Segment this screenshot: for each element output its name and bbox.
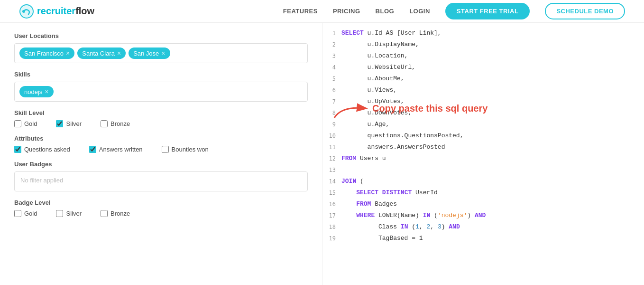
main-nav: FEATURES PRICING BLOG LOGIN START FREE T…: [283, 3, 625, 19]
main-content: User Locations San Francisco × Santa Cla…: [0, 23, 644, 285]
tag-nodejs[interactable]: nodejs ×: [19, 86, 54, 97]
sql-line-15: 15 SELECT DISTINCT UserId: [322, 187, 644, 199]
tag-san-francisco[interactable]: San Francisco ×: [19, 48, 74, 59]
sql-line-8: 8 u.DownVotes,: [322, 107, 644, 119]
skills-label: Skills: [14, 71, 308, 78]
badges-placeholder: No filter applied: [20, 177, 63, 184]
badge-silver[interactable]: Silver: [56, 210, 82, 217]
left-panel: User Locations San Francisco × Santa Cla…: [0, 23, 322, 285]
skill-bronze-checkbox[interactable]: [101, 120, 108, 127]
sql-line-14: 14 JOIN (: [322, 176, 644, 187]
sql-line-11: 11 answers.AnswersPosted: [322, 142, 644, 153]
attr-bounties-checkbox[interactable]: [162, 146, 169, 153]
sql-line-2: 2 u.DisplayName,: [322, 39, 644, 50]
badge-level-label: Badge Level: [14, 199, 308, 206]
logo-text: recruiterflow: [37, 6, 94, 17]
logo-icon: [19, 4, 34, 19]
sql-line-13: 13: [322, 164, 644, 176]
sql-line-6: 6 u.Views,: [322, 85, 644, 96]
sql-line-9: 9 u.Age,: [322, 119, 644, 130]
nav-blog[interactable]: BLOG: [376, 8, 395, 15]
badge-bronze[interactable]: Bronze: [101, 210, 130, 217]
attributes-section: Attributes Questions asked Answers writt…: [14, 135, 308, 153]
remove-san-francisco[interactable]: ×: [66, 50, 70, 57]
sql-line-18: 18 Class IN (1, 2, 3) AND: [322, 221, 644, 233]
skill-bronze[interactable]: Bronze: [101, 120, 130, 127]
skill-gold-checkbox[interactable]: [14, 120, 21, 127]
sql-line-5: 5 u.AboutMe,: [322, 73, 644, 85]
user-locations-label: User Locations: [14, 32, 308, 39]
sql-line-1: 1 SELECT u.Id AS [User Link],: [322, 28, 644, 39]
attr-questions-checkbox[interactable]: [14, 146, 21, 153]
skills-input[interactable]: nodejs ×: [14, 82, 308, 102]
sql-line-19: 19 TagBased = 1: [322, 233, 644, 244]
skill-level-group: Gold Silver Bronze: [14, 120, 308, 127]
sql-line-17: 17 WHERE LOWER(Name) IN ('nodejs') AND: [322, 210, 644, 221]
skill-gold[interactable]: Gold: [14, 120, 37, 127]
attr-answers-checkbox[interactable]: [89, 146, 96, 153]
schedule-demo-button[interactable]: SCHEDULE DEMO: [545, 3, 625, 19]
attr-answers-written[interactable]: Answers written: [89, 146, 143, 153]
nav-features[interactable]: FEATURES: [283, 8, 318, 15]
logo: recruiterflow: [19, 4, 94, 19]
badge-bronze-checkbox[interactable]: [101, 210, 108, 217]
start-trial-button[interactable]: START FREE TRIAL: [445, 3, 530, 19]
badge-level-group: Gold Silver Bronze: [14, 210, 308, 217]
user-badges-label: User Badges: [14, 161, 308, 168]
nav-pricing[interactable]: PRICING: [333, 8, 360, 15]
tag-san-jose[interactable]: San Jose ×: [129, 48, 170, 59]
sql-line-16: 16 FROM Badges: [322, 199, 644, 210]
attr-questions-asked[interactable]: Questions asked: [14, 146, 70, 153]
svg-point-0: [20, 5, 33, 18]
remove-san-jose[interactable]: ×: [161, 50, 165, 57]
badge-gold-checkbox[interactable]: [14, 210, 21, 217]
sql-editor: Copy paste this sql query 1 SELECT u.Id …: [322, 28, 644, 244]
user-badges-input[interactable]: No filter applied: [14, 171, 308, 191]
remove-nodejs[interactable]: ×: [45, 88, 48, 95]
skill-silver-checkbox[interactable]: [56, 120, 63, 127]
sql-line-4: 4 u.WebsiteUrl,: [322, 62, 644, 73]
sql-line-10: 10 questions.QuestionsPosted,: [322, 130, 644, 142]
sql-panel: Copy paste this sql query 1 SELECT u.Id …: [322, 23, 644, 285]
skill-level-label: Skill Level: [14, 109, 308, 116]
badge-silver-checkbox[interactable]: [56, 210, 63, 217]
svg-point-1: [22, 10, 25, 13]
sql-line-7: 7 u.UpVotes,: [322, 96, 644, 107]
locations-input[interactable]: San Francisco × Santa Clara × San Jose ×: [14, 43, 308, 63]
attr-bounties-won[interactable]: Bounties won: [162, 146, 209, 153]
tag-santa-clara[interactable]: Santa Clara ×: [77, 48, 126, 59]
attributes-group: Questions asked Answers written Bounties…: [14, 146, 308, 153]
nav-login[interactable]: LOGIN: [409, 8, 430, 15]
sql-line-3: 3 u.Location,: [322, 50, 644, 62]
remove-santa-clara[interactable]: ×: [117, 50, 121, 57]
sql-line-12: 12 FROM Users u: [322, 153, 644, 164]
header: recruiterflow FEATURES PRICING BLOG LOGI…: [0, 0, 644, 23]
skill-silver[interactable]: Silver: [56, 120, 82, 127]
badge-gold[interactable]: Gold: [14, 210, 37, 217]
attributes-label: Attributes: [14, 135, 308, 142]
